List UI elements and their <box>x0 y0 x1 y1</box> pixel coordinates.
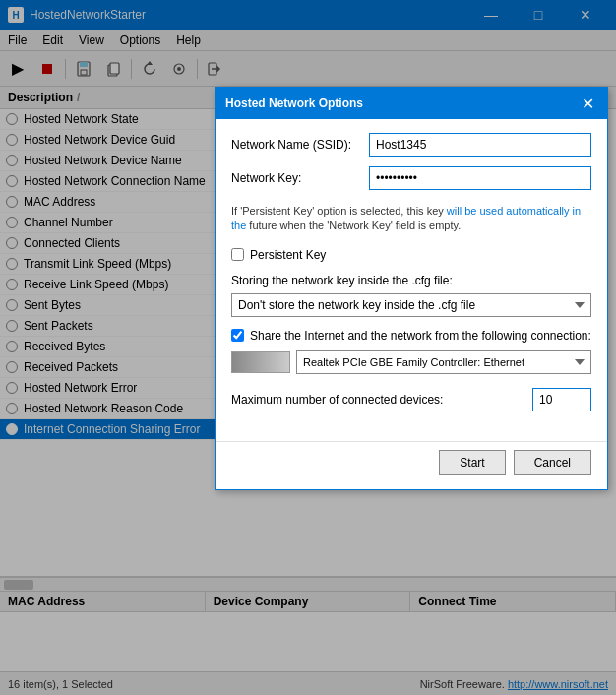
persistent-key-row: Persistent Key <box>231 248 591 262</box>
info-text: If 'Persistent Key' option is selected, … <box>231 200 591 238</box>
cancel-button[interactable]: Cancel <box>514 450 591 475</box>
storing-dropdown[interactable]: Don't store the network key inside the .… <box>231 293 591 317</box>
network-key-row: Network Key: <box>231 166 591 190</box>
modal-dialog: Hosted Network Options ✕ Network Name (S… <box>215 87 608 490</box>
connection-row: Realtek PCIe GBE Family Controller: Ethe… <box>231 350 591 374</box>
modal-body: Network Name (SSID): Network Key: If 'Pe… <box>216 119 607 441</box>
start-button[interactable]: Start <box>439 450 505 475</box>
network-name-input[interactable] <box>369 133 591 157</box>
persistent-key-checkbox-label[interactable]: Persistent Key <box>250 248 326 262</box>
info-highlight: will be used automatically in the <box>231 205 581 231</box>
modal-close-button[interactable]: ✕ <box>578 94 597 113</box>
storing-section-label: Storing the network key inside the .cfg … <box>231 274 591 287</box>
modal-title: Hosted Network Options <box>225 96 363 110</box>
modal-title-bar: Hosted Network Options ✕ <box>216 88 607 119</box>
max-devices-input[interactable] <box>532 388 591 411</box>
network-name-row: Network Name (SSID): <box>231 133 591 157</box>
share-internet-row: Share the Internet and the network from … <box>231 329 591 343</box>
persistent-key-checkbox[interactable] <box>231 248 244 261</box>
max-devices-row: Maximum number of connected devices: <box>231 388 591 411</box>
max-devices-label: Maximum number of connected devices: <box>231 393 532 407</box>
network-key-label: Network Key: <box>231 171 369 185</box>
share-internet-checkbox[interactable] <box>231 329 244 342</box>
network-name-label: Network Name (SSID): <box>231 138 369 152</box>
network-key-input[interactable] <box>369 166 591 190</box>
share-internet-label[interactable]: Share the Internet and the network from … <box>250 329 591 343</box>
modal-footer: Start Cancel <box>216 441 607 489</box>
connection-icon <box>231 351 290 373</box>
modal-overlay: Hosted Network Options ✕ Network Name (S… <box>0 0 616 695</box>
connection-dropdown[interactable]: Realtek PCIe GBE Family Controller: Ethe… <box>296 350 591 374</box>
